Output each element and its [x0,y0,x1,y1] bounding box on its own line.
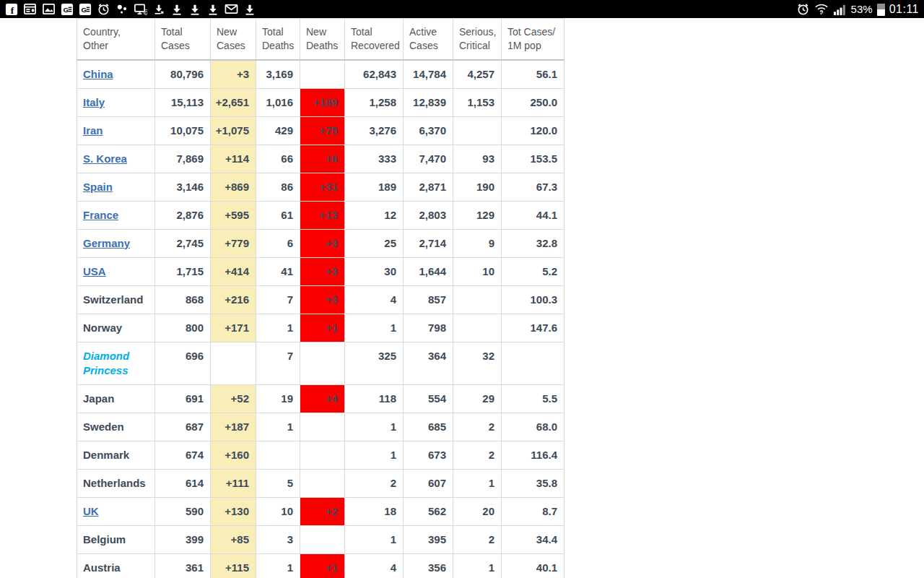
cell-total-recovered: 18 [345,497,404,525]
cell-cases-per-1m: 44.1 [502,201,565,229]
cell-total-deaths: 429 [256,116,300,144]
cell-total-recovered: 2 [345,469,404,497]
cell-new-deaths [300,469,345,497]
col-header-total-deaths[interactable]: Total Deaths [256,19,300,60]
cell-serious-critical: 4,257 [453,60,502,89]
cell-active-cases: 356 [404,553,453,578]
cell-total-recovered: 62,843 [345,60,404,89]
cell-new-cases: +187 [211,413,256,441]
col-header-total-cases[interactable]: Total Cases [155,19,211,60]
download-x-icon [152,3,165,16]
cell-country: Spain [77,173,155,201]
battery-icon [877,2,885,16]
col-header-country[interactable]: Country, Other [77,19,155,60]
cell-serious-critical: 9 [453,229,502,257]
country-link[interactable]: China [83,68,113,80]
country-label: Austria [83,561,121,574]
cell-total-recovered: 12 [345,201,404,229]
cell-new-cases: +1,075 [211,116,256,144]
cell-new-deaths [300,525,345,553]
country-label: Netherlands [83,477,146,489]
col-header-new-cases[interactable]: New Cases [211,19,256,60]
cell-new-deaths: +3 [300,229,345,257]
country-link[interactable]: S. Korea [83,152,127,165]
col-header-active-cases[interactable]: Active Cases [404,19,453,60]
cell-total-cases: 3,146 [155,173,211,201]
cell-total-deaths: 6 [256,229,300,257]
cell-serious-critical [453,314,502,342]
country-link[interactable]: Italy [83,96,105,108]
cell-total-recovered: 1 [345,441,404,469]
cell-signal-icon [833,3,847,16]
coronavirus-countries-table: Country, Other Total Cases New Cases Tot… [77,18,565,578]
country-link[interactable]: Spain [83,181,113,193]
cell-country: Japan [77,384,155,413]
cell-active-cases: 395 [404,525,453,553]
country-label: Japan [83,392,114,405]
cell-total-cases: 7,869 [155,144,211,173]
cell-cases-per-1m: 40.1 [502,553,565,578]
cell-country: Switzerland [77,285,155,314]
cell-total-cases: 614 [155,469,211,497]
cell-total-recovered: 1,258 [345,88,404,116]
table-row: Austria361+1151+14356140.1 [77,553,565,578]
cell-new-cases: +115 [211,553,256,578]
status-bar-system-area: 53% 01:11 [796,0,919,18]
cell-total-recovered: 30 [345,257,404,285]
country-label: Belgium [83,533,126,545]
table-row: Germany2,745+7796+3252,714932.8 [77,229,565,257]
country-link[interactable]: Germany [83,237,130,249]
table-body: China80,796+33,16962,84314,7844,25756.1I… [77,60,565,578]
cell-country: Italy [77,88,155,116]
table-row: Belgium399+8531395234.4 [77,525,565,553]
cell-total-deaths: 61 [256,201,300,229]
wifi-icon [814,2,829,16]
cell-cases-per-1m: 8.7 [502,497,565,525]
col-header-cases-per-1m[interactable]: Tot Cases/ 1M pop [502,19,565,60]
cell-active-cases: 14,784 [404,60,453,89]
cell-country: USA [77,257,155,285]
svg-text:@: @ [143,9,147,16]
cell-active-cases: 562 [404,497,453,525]
country-link[interactable]: UK [83,505,99,517]
cell-total-recovered: 1 [345,413,404,441]
gallery-icon [42,2,56,16]
cell-total-recovered: 3,276 [345,116,404,144]
cell-total-recovered: 118 [345,384,404,413]
cell-total-recovered: 333 [345,144,404,173]
col-header-total-recovered[interactable]: Total Recovered [345,19,404,60]
cell-total-deaths: 5 [256,469,300,497]
cell-country: Belgium [77,525,155,553]
cell-total-recovered: 4 [345,285,404,314]
cell-total-deaths: 1 [256,413,300,441]
svg-text:f: f [11,4,14,15]
download-icon [170,3,183,16]
country-link[interactable]: USA [83,265,106,277]
cell-active-cases: 673 [404,441,453,469]
cell-new-cases: +52 [211,384,256,413]
cell-total-cases: 15,113 [155,88,211,116]
cell-new-deaths: +2 [300,497,345,525]
cell-new-cases: +2,651 [211,88,256,116]
download-icon [243,3,256,16]
country-link[interactable]: Iran [83,124,103,137]
cell-total-recovered: 25 [345,229,404,257]
screen-at-icon: @ [134,2,147,16]
cell-new-deaths: +4 [300,384,345,413]
table-row: Sweden687+18711685268.0 [77,413,565,441]
cell-new-cases [211,342,256,384]
cell-new-deaths: +75 [300,116,345,144]
col-header-new-deaths[interactable]: New Deaths [300,19,345,60]
cell-total-cases: 2,745 [155,229,211,257]
col-header-serious-critical[interactable]: Serious, Critical [453,19,502,60]
cell-active-cases: 12,839 [404,88,453,116]
table-row: Japan691+5219+4118554295.5 [77,384,565,413]
country-label: Norway [83,322,122,334]
country-link[interactable]: France [83,209,118,221]
svg-text:G: G [82,6,87,14]
table-row: USA1,715+41441+3301,644105.2 [77,257,565,285]
table-row: Switzerland868+2167+34857100.3 [77,285,565,314]
cell-new-cases: +114 [211,144,256,173]
cell-cases-per-1m: 120.0 [502,116,565,144]
cell-country: Norway [77,314,155,342]
